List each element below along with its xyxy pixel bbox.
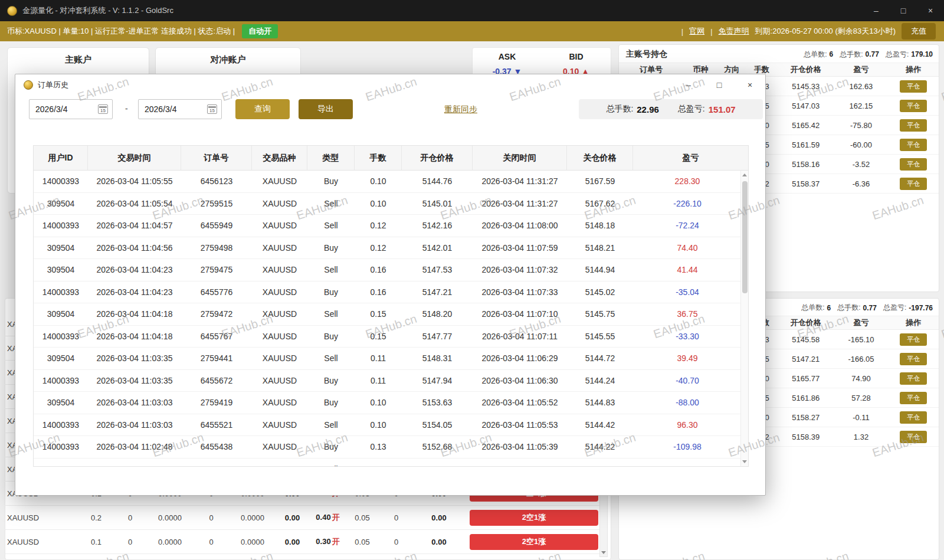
- lots-value: 0.77: [866, 50, 879, 58]
- order-cell: XAUUSD: [252, 332, 307, 341]
- dialog-title: 订单历史: [38, 80, 68, 90]
- position-cell: -0.11: [834, 413, 889, 422]
- window-close-button[interactable]: ×: [917, 0, 944, 21]
- order-cell: 2026-03-04 11:06:29: [473, 353, 567, 363]
- position-cell: 5158.16: [778, 160, 834, 169]
- close-position-button[interactable]: 平仓: [900, 431, 927, 443]
- close-position-button[interactable]: 平仓: [900, 139, 927, 151]
- column-header: 开仓价格: [778, 64, 834, 75]
- main-account-title: 主账户: [8, 54, 149, 66]
- order-cell: 6455438: [181, 442, 252, 451]
- order-cell: 2026-03-04 11:03:03: [88, 420, 181, 430]
- combo-order-button[interactable]: 2空1涨: [470, 534, 598, 550]
- column-header: 类型: [307, 146, 355, 170]
- recharge-button[interactable]: 充值: [902, 23, 936, 40]
- order-cell: 0.10: [355, 176, 402, 186]
- order-cell: 0.16: [355, 265, 402, 274]
- order-cell: 14000393: [34, 332, 88, 341]
- combo-order-button[interactable]: 2空1涨: [470, 510, 598, 526]
- close-position-button[interactable]: 平仓: [900, 333, 927, 346]
- position-action-cell: 平仓: [888, 139, 939, 151]
- close-position-button[interactable]: 平仓: [900, 119, 927, 132]
- query-button[interactable]: 查询: [235, 99, 290, 119]
- dialog-close-button[interactable]: ×: [735, 74, 765, 96]
- total-lots-value: 22.96: [637, 104, 659, 114]
- pnl-label: 总盈亏:: [883, 303, 906, 313]
- close-position-button[interactable]: 平仓: [900, 100, 927, 112]
- calendar-icon[interactable]: 15: [207, 104, 217, 114]
- scroll-down-icon[interactable]: [601, 551, 606, 554]
- order-cell: 2026-03-04 11:05:53: [473, 420, 567, 430]
- close-position-button[interactable]: 平仓: [900, 392, 927, 404]
- order-cell: 2026-03-04 11:04:18: [88, 309, 181, 319]
- order-cell: 5144.41: [567, 464, 633, 466]
- position-action-cell: 平仓: [888, 392, 939, 404]
- order-history-dialog: 订单历史 – □ × 2026/3/4 15 - 2026/3/4 15 查询 …: [15, 74, 766, 496]
- grid-cell: 0.1: [81, 538, 111, 546]
- order-cell: Buy: [307, 287, 355, 297]
- auto-mode-badge[interactable]: 自动开: [242, 24, 278, 38]
- export-button[interactable]: 导出: [299, 99, 353, 119]
- orders-count-label: 总单数:: [801, 303, 824, 313]
- scroll-down-icon[interactable]: [742, 460, 747, 463]
- close-position-button[interactable]: 平仓: [900, 178, 927, 190]
- order-cell: 2026-03-04 11:05:54: [88, 199, 181, 208]
- grid-cell: 0: [381, 513, 412, 522]
- order-cell: 0.13: [355, 464, 402, 466]
- scroll-up-icon[interactable]: [742, 173, 747, 176]
- close-position-button[interactable]: 平仓: [900, 80, 927, 93]
- order-cell: 2026-03-04 11:05:39: [473, 464, 567, 466]
- position-cell: 162.63: [834, 82, 889, 91]
- official-site-link[interactable]: 官网: [689, 26, 704, 37]
- grid-cell: XAUUSD: [5, 538, 81, 546]
- column-header: 手数: [355, 146, 402, 170]
- order-row: 140003932026-03-04 11:03:036455521XAUUSD…: [34, 414, 748, 437]
- order-cell: 5152.68: [402, 442, 473, 451]
- column-header: 开仓价格: [778, 317, 834, 328]
- grid-cell: 0.30开: [312, 536, 344, 547]
- date-from-value: 2026/3/4: [35, 104, 68, 114]
- status-text: 币标:XAUUSD | 单量:10 | 运行正常-进单正常 连接成功 | 状态:…: [7, 26, 235, 37]
- close-position-button[interactable]: 平仓: [900, 158, 927, 171]
- dialog-maximize-button[interactable]: □: [704, 74, 735, 96]
- date-to-input[interactable]: 2026/3/4 15: [138, 99, 222, 119]
- order-cell: Sell: [307, 265, 355, 274]
- orders-count-value: 6: [827, 304, 831, 312]
- order-cell: XAUUSD: [252, 265, 307, 274]
- scrollbar-thumb[interactable]: [742, 181, 748, 293]
- orders-count-value: 6: [830, 50, 834, 58]
- order-cell: Sell: [307, 221, 355, 230]
- disclaimer-link[interactable]: 免责声明: [719, 26, 749, 37]
- grid-cell: 0: [111, 513, 149, 522]
- calendar-icon[interactable]: 15: [98, 104, 108, 114]
- position-cell: -75.80: [834, 121, 889, 130]
- date-from-input[interactable]: 2026/3/4 15: [29, 99, 113, 119]
- table-scrollbar[interactable]: [740, 171, 748, 466]
- order-cell: -35.04: [633, 287, 742, 297]
- license-expiry-text: 到期:2026-05-27 00:00 (剩余83天13小时): [755, 26, 896, 37]
- order-cell: -226.10: [633, 199, 742, 208]
- window-minimize-button[interactable]: –: [863, 0, 890, 21]
- close-position-button[interactable]: 平仓: [900, 411, 927, 424]
- total-pnl-label: 总盈亏:: [678, 104, 705, 114]
- window-title: 金源量化 - 对冲套利系统 - V: 1.1.2 - GoldSrc: [22, 5, 173, 16]
- order-cell: 2026-03-04 11:03:35: [88, 376, 181, 385]
- order-cell: 2026-03-04 11:04:57: [88, 221, 181, 230]
- order-cell: -33.30: [633, 332, 742, 341]
- order-cell: 14000393: [34, 376, 88, 385]
- position-cell: 5165.77: [778, 374, 834, 383]
- close-position-button[interactable]: 平仓: [900, 372, 927, 385]
- grid-cell: 0: [111, 538, 149, 546]
- total-lots-label: 总手数:: [606, 104, 633, 114]
- order-cell: Sell: [307, 464, 355, 466]
- order-cell: 2026-03-04 11:02:47: [88, 464, 181, 466]
- window-maximize-button[interactable]: □: [890, 0, 917, 21]
- dialog-minimize-button[interactable]: –: [673, 74, 704, 96]
- close-position-button[interactable]: 平仓: [900, 353, 927, 365]
- order-cell: 228.30: [633, 176, 742, 186]
- order-row: 3095042026-03-04 11:03:032759419XAUUSDBu…: [34, 392, 748, 414]
- order-cell: XAUUSD: [252, 398, 307, 407]
- grid-cell: 0: [191, 538, 232, 546]
- resync-link[interactable]: 重新同步: [444, 104, 477, 115]
- order-cell: XAUUSD: [252, 176, 307, 186]
